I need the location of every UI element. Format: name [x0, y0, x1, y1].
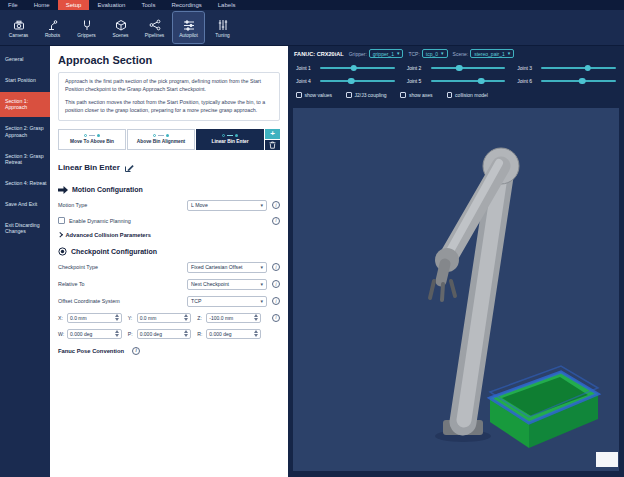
toolbar-item-cameras[interactable]: Cameras [3, 12, 34, 43]
motion-type-row: Motion Type L Move [58, 200, 280, 211]
joint-5: Joint 5 [407, 77, 506, 85]
checkbox[interactable] [447, 92, 453, 98]
slider-handle[interactable] [584, 65, 591, 72]
checkbox[interactable] [346, 92, 352, 98]
offset-x-cell: X: 0.0 mm [58, 313, 122, 323]
menu-item-evaluation[interactable]: Evaluation [89, 0, 133, 10]
option-j2-j3-coupling[interactable]: J2/J3 coupling [346, 92, 386, 98]
info-icon[interactable] [272, 217, 280, 225]
robot-icon [47, 18, 59, 31]
toolbar-item-scenes[interactable]: Scenes [105, 12, 136, 43]
stepper-icon[interactable] [254, 330, 258, 337]
checkpoint-type-label: Checkpoint Type [58, 264, 187, 270]
offset-y-input[interactable]: 0.0 mm [137, 313, 192, 323]
offset-y-label: Y: [128, 315, 135, 321]
joint-3: Joint 3 [517, 64, 616, 72]
expander-label: Advanced Collision Parameters [66, 232, 151, 238]
checkbox[interactable] [296, 92, 302, 98]
joint-4: Joint 4 [296, 77, 395, 85]
slider-handle[interactable] [350, 65, 357, 72]
info-icon[interactable] [272, 297, 280, 305]
motion-type-select[interactable]: L Move [187, 200, 267, 211]
sidebar-item-exit-discarding-changes[interactable]: Exit Discarding Changes [0, 216, 50, 242]
offset-z-input[interactable]: -100.0 mm [206, 313, 261, 323]
option-collision-model[interactable]: collision model [447, 92, 488, 98]
viewer-header: FANUC: CRX20iAL Gripper: gripper_1 TCP: … [288, 46, 624, 61]
select-value: L Move [191, 202, 208, 208]
toolbar-item-pipelines[interactable]: Pipelines [139, 12, 170, 43]
info-icon[interactable] [272, 314, 280, 322]
tcp-select[interactable]: tcp_0 [422, 49, 448, 58]
delete-checkpoint-button[interactable] [265, 140, 280, 150]
offset-p-input[interactable]: 0.000 deg [137, 329, 192, 339]
joint-1: Joint 1 [296, 64, 395, 72]
tab-above-bin-alignment[interactable]: Above Bin Alignment [127, 129, 195, 150]
checkpoint-path-icon [222, 134, 238, 137]
slider-handle[interactable] [456, 65, 463, 72]
sidebar-item-section-4-retreat[interactable]: Section 4: Retreat [0, 174, 50, 193]
info-icon[interactable] [272, 263, 280, 271]
checkpoint-type-select[interactable]: Fixed Cartesian Offset [187, 262, 267, 273]
sidebar-item-general[interactable]: General [0, 50, 50, 69]
sidebar-item-start-position[interactable]: Start Position [0, 71, 50, 90]
gripper-select[interactable]: gripper_1 [369, 49, 404, 58]
menu-item-file[interactable]: File [0, 0, 26, 10]
toolbar-item-tuning[interactable]: Tuning [207, 12, 238, 43]
tab-move-to-above-bin[interactable]: Move To Above Bin [58, 129, 126, 150]
viewport-3d[interactable] [293, 108, 619, 471]
option-label: show axes [409, 92, 433, 98]
relative-to-select[interactable]: Next Checkpoint [187, 279, 267, 290]
joint-3-label: Joint 3 [517, 65, 537, 71]
menu-item-recordings[interactable]: Recordings [163, 0, 209, 10]
menu-item-setup[interactable]: Setup [58, 0, 90, 10]
tab-linear-bin-enter[interactable]: Linear Bin Enter [196, 129, 264, 150]
stepper-icon[interactable] [184, 330, 188, 337]
toolbar-item-label: Tuning [215, 33, 230, 38]
info-icon[interactable] [132, 347, 140, 355]
checkbox[interactable] [400, 92, 406, 98]
joint-6-slider[interactable] [541, 77, 616, 85]
offset-x-input[interactable]: 0.0 mm [67, 313, 122, 323]
toolbar-item-robots[interactable]: Robots [37, 12, 68, 43]
option-show-values[interactable]: show values [296, 92, 332, 98]
dynamic-planning-checkbox[interactable] [58, 217, 65, 224]
menu-item-tools[interactable]: Tools [133, 0, 163, 10]
arrow-right-icon [58, 186, 68, 194]
sidebar-item-section-3-grasp-retreat[interactable]: Section 3: Grasp Retreat [0, 147, 50, 173]
stepper-icon[interactable] [115, 330, 119, 337]
slider-handle[interactable] [579, 78, 586, 85]
offset-p-value: 0.000 deg [140, 331, 162, 337]
stepper-icon[interactable] [115, 314, 119, 321]
chevron-down-icon [508, 51, 511, 56]
sidebar-item-section-1-approach[interactable]: Section 1: Approach [0, 92, 50, 118]
info-icon[interactable] [272, 280, 280, 288]
menu-item-home[interactable]: Home [26, 0, 58, 10]
toolbar-item-autopilot[interactable]: Autopilot [173, 12, 204, 43]
chevron-down-icon [260, 203, 263, 208]
offset-w-cell: W: 0.000 deg [58, 329, 122, 339]
offset-r-input[interactable]: 0.000 deg [206, 329, 261, 339]
advanced-collision-parameters-expander[interactable]: Advanced Collision Parameters [58, 232, 280, 238]
offset-coordinate-system-select[interactable]: TCP [187, 296, 267, 307]
stepper-icon[interactable] [184, 314, 188, 321]
slider-handle[interactable] [348, 78, 355, 85]
toolbar-item-grippers[interactable]: Grippers [71, 12, 102, 43]
edit-icon[interactable] [124, 159, 134, 177]
joint-4-slider[interactable] [320, 77, 395, 85]
joint-3-slider[interactable] [541, 64, 616, 72]
offset-z-label: Z: [197, 315, 204, 321]
joint-1-slider[interactable] [320, 64, 395, 72]
sidebar-item-section-2-grasp-approach[interactable]: Section 2: Grasp Approach [0, 119, 50, 145]
stepper-icon[interactable] [254, 314, 258, 321]
sidebar-item-save-and-exit[interactable]: Save And Exit [0, 195, 50, 214]
joint-2-slider[interactable] [431, 64, 506, 72]
option-show-axes[interactable]: show axes [400, 92, 432, 98]
tab-label: Linear Bin Enter [211, 139, 248, 144]
offset-w-input[interactable]: 0.000 deg [67, 329, 122, 339]
joint-5-slider[interactable] [431, 77, 506, 85]
slider-handle[interactable] [478, 78, 485, 85]
menu-item-labels[interactable]: Labels [210, 0, 244, 10]
info-icon[interactable] [272, 201, 280, 209]
add-checkpoint-button[interactable] [265, 129, 280, 139]
scene-select[interactable]: stereo_pair_1 [470, 49, 514, 58]
